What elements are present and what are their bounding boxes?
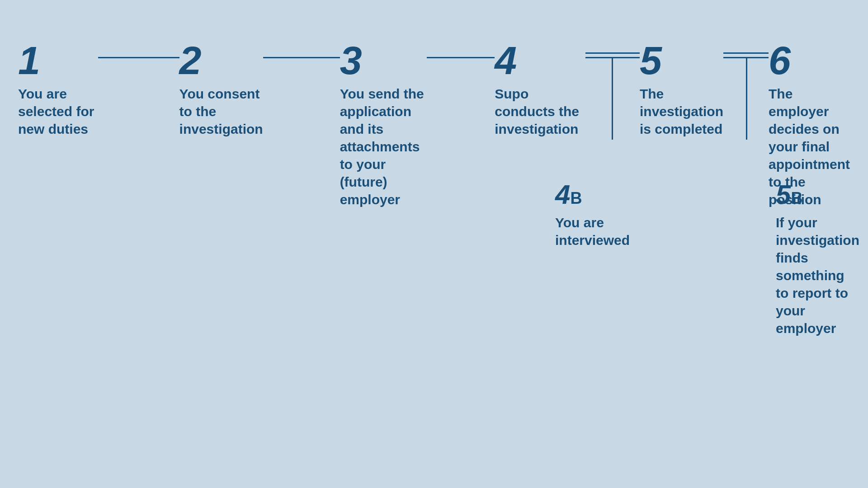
step-1: 1 You are selected for new duties xyxy=(18,41,98,138)
step-3: 3 You send the application and its attac… xyxy=(340,41,427,208)
sub-step-5b-label: B xyxy=(791,189,802,208)
sub-step-4b-label: B xyxy=(570,189,582,208)
step-1-number: 1 xyxy=(18,41,40,80)
step-3-desc: You send the application and its attachm… xyxy=(340,85,427,208)
sub-step-5b-desc: If your investigation finds something to… xyxy=(776,214,859,337)
diagram-container: 1 You are selected for new duties 2 You … xyxy=(18,41,850,337)
sub-step-4b-desc: You are interviewed xyxy=(555,214,655,249)
step-2-desc: You consent to the investigation xyxy=(179,85,263,138)
sub-step-4b: 4 B You are interviewed xyxy=(555,181,664,249)
step-3-number: 3 xyxy=(340,41,362,80)
connector-5-6 xyxy=(723,41,769,140)
connector-2-3 xyxy=(263,41,340,58)
connector-3-4 xyxy=(427,41,495,58)
step-2-number: 2 xyxy=(179,41,202,80)
step-2: 2 You consent to the investigation xyxy=(179,41,263,138)
step-4-desc: Supo conducts the investigation xyxy=(495,85,585,138)
step-5-number: 5 xyxy=(640,41,662,80)
connector-4-5 xyxy=(585,41,640,140)
step-4-number: 4 xyxy=(495,41,517,80)
step-5-desc: The investigation is completed xyxy=(640,85,723,138)
step-5: 5 The investigation is completed xyxy=(640,41,723,138)
step-6-number: 6 xyxy=(769,41,791,80)
step-4: 4 Supo conducts the investigation xyxy=(495,41,585,138)
connector-1-2 xyxy=(98,41,179,58)
sub-step-4b-number: 4 xyxy=(555,181,570,208)
step-1-desc: You are selected for new duties xyxy=(18,85,98,138)
sub-steps-row: 4 B You are interviewed 5 B If your inve… xyxy=(18,181,850,337)
sub-step-5b-number: 5 xyxy=(776,181,791,208)
sub-step-5b: 5 B If your investigation finds somethin… xyxy=(776,181,859,337)
